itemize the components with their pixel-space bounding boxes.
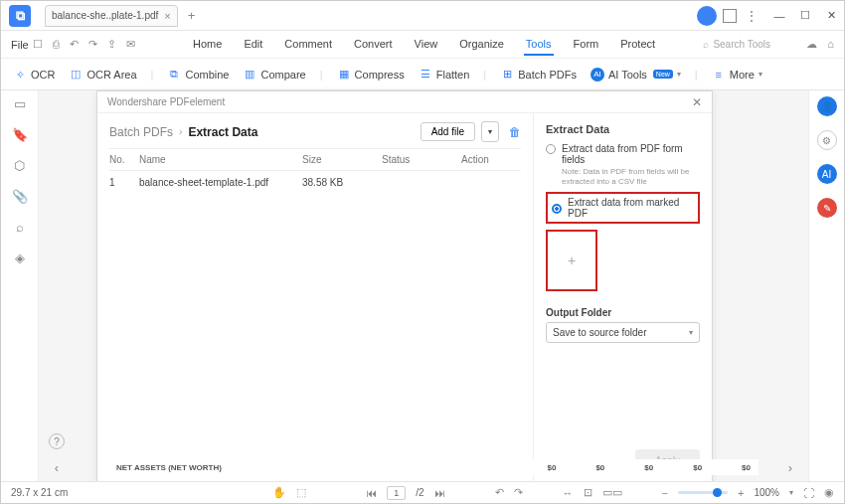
- option-form-fields[interactable]: Extract data from PDF form fields: [546, 143, 700, 165]
- tool-ai-tools[interactable]: AIAI ToolsNew▾: [591, 68, 681, 82]
- menu-home[interactable]: Home: [191, 34, 224, 56]
- plus-icon: +: [568, 252, 576, 268]
- tool-more[interactable]: ≡More▾: [712, 68, 762, 82]
- tool-flatten[interactable]: ☰Flatten: [419, 68, 470, 82]
- shield-icon[interactable]: ⬡: [14, 158, 25, 173]
- main-area: ▭ 🔖 ⬡ 📎 ⌕ ◈ Wondershare PDFelement ✕ Bat…: [1, 90, 844, 481]
- tool-ocr-area[interactable]: ◫OCR Area: [69, 68, 136, 82]
- maximize-button[interactable]: ☐: [792, 2, 818, 30]
- document-peek: NET ASSETS (NET WORTH) $0 $0 $0 $0 $0: [108, 459, 759, 475]
- output-folder-label: Output Folder: [546, 307, 700, 318]
- hand-tool-icon[interactable]: ✋: [272, 486, 286, 499]
- document-tab[interactable]: balance-she..plate-1.pdf ×: [45, 5, 178, 27]
- tool-batch-pdfs[interactable]: ⊞Batch PDFs: [500, 68, 577, 82]
- zoom-out-icon[interactable]: −: [662, 487, 668, 499]
- radio-icon: [546, 144, 556, 154]
- app-icon: ⧉: [9, 5, 31, 27]
- fullscreen-icon[interactable]: ⛶: [803, 487, 814, 499]
- add-file-dropdown[interactable]: ▾: [481, 121, 499, 142]
- batch-extract-panel: Wondershare PDFelement ✕ Batch PDFs › Ex…: [96, 90, 713, 483]
- chevron-down-icon: ▾: [677, 70, 681, 79]
- bookmark-icon[interactable]: 🔖: [12, 127, 28, 142]
- add-mark-area-button[interactable]: +: [546, 230, 597, 291]
- rotate-left-icon[interactable]: ↶: [495, 486, 504, 499]
- two-page-icon[interactable]: ▭▭: [602, 486, 622, 499]
- help-button[interactable]: ?: [49, 433, 65, 449]
- last-page-icon[interactable]: ⏭: [434, 487, 445, 499]
- prev-page-arrow[interactable]: ‹: [49, 459, 65, 475]
- batch-icon: ⊞: [500, 68, 514, 82]
- menu-organize[interactable]: Organize: [457, 34, 506, 56]
- option-marked-pdf[interactable]: Extract data from marked PDF: [546, 192, 700, 224]
- table-row[interactable]: 1 balance-sheet-template-1.pdf 38.58 KB: [109, 171, 521, 194]
- print-icon[interactable]: ⎙: [53, 38, 60, 51]
- compress-icon: ▦: [337, 68, 351, 82]
- search-tools[interactable]: ⌕ Search Tools: [703, 39, 770, 50]
- status-bar: 29.7 x 21 cm ✋ ⬚ ⏮ 1 /2 ⏭ ↶ ↷ ↔ ⊡ ▭▭ − +…: [1, 481, 844, 503]
- thumbnails-icon[interactable]: ▭: [14, 96, 26, 111]
- doc-row-label: NET ASSETS (NET WORTH): [116, 463, 222, 472]
- menu-edit[interactable]: Edit: [242, 34, 264, 56]
- menu-form[interactable]: Form: [572, 34, 601, 56]
- attachment-icon[interactable]: 📎: [12, 189, 28, 204]
- panel-close-button[interactable]: ✕: [692, 95, 702, 109]
- menu-view[interactable]: View: [413, 34, 440, 56]
- more-icon: ≡: [712, 68, 726, 82]
- tool-combine[interactable]: ⧉Combine: [167, 68, 229, 82]
- user-panel-icon[interactable]: 👤: [817, 96, 837, 116]
- close-window-button[interactable]: ✕: [818, 2, 844, 30]
- tool-compress[interactable]: ▦Compress: [337, 68, 405, 82]
- tool-ocr[interactable]: ⟡OCR: [13, 68, 55, 82]
- save-icon[interactable]: ☐: [33, 38, 43, 51]
- feedback-icon[interactable]: ✎: [817, 198, 837, 218]
- next-page-arrow[interactable]: ›: [782, 459, 798, 475]
- chevron-right-icon: ›: [179, 126, 182, 137]
- user-avatar[interactable]: [697, 6, 717, 26]
- rotate-right-icon[interactable]: ↷: [514, 486, 523, 499]
- compare-icon: ▥: [243, 68, 256, 82]
- zoom-dropdown-icon[interactable]: ▾: [789, 488, 793, 497]
- doc-val: $0: [547, 463, 556, 472]
- close-tab-icon[interactable]: ×: [164, 10, 170, 22]
- tab-title: balance-she..plate-1.pdf: [52, 10, 158, 21]
- menu-protect[interactable]: Protect: [618, 34, 657, 56]
- menu-tools[interactable]: Tools: [524, 34, 554, 56]
- cloud-icon[interactable]: ☁: [806, 38, 817, 51]
- select-tool-icon[interactable]: ⬚: [296, 486, 306, 499]
- settings-icon[interactable]: ⚙: [817, 130, 837, 150]
- file-menu[interactable]: File: [11, 39, 29, 51]
- breadcrumb-root[interactable]: Batch PDFs: [109, 125, 173, 139]
- share-icon[interactable]: ⇪: [107, 38, 116, 51]
- add-file-button[interactable]: Add file: [421, 122, 475, 141]
- undo-icon[interactable]: ↶: [70, 38, 79, 51]
- window-mode-icon[interactable]: [723, 9, 737, 23]
- options-title: Extract Data: [546, 123, 700, 135]
- option-marked-pdf-label: Extract data from marked PDF: [568, 197, 694, 219]
- zoom-slider[interactable]: [678, 491, 728, 494]
- tool-compare[interactable]: ▥Compare: [243, 68, 305, 82]
- delete-icon[interactable]: 🗑: [509, 125, 521, 139]
- radio-icon-selected: [552, 204, 562, 214]
- fit-page-icon[interactable]: ⊡: [584, 486, 592, 499]
- col-name: Name: [139, 154, 302, 165]
- home-icon[interactable]: ⌂: [827, 38, 834, 51]
- minimize-button[interactable]: —: [766, 2, 792, 30]
- more-options-icon[interactable]: ⋮: [745, 8, 759, 24]
- page-input[interactable]: 1: [387, 486, 406, 500]
- tools-toolbar: ⟡OCR ◫OCR Area | ⧉Combine ▥Compare | ▦Co…: [1, 59, 844, 90]
- doc-val: $0: [644, 463, 653, 472]
- layers-icon[interactable]: ◈: [15, 251, 25, 265]
- combine-icon: ⧉: [167, 68, 181, 82]
- fit-width-icon[interactable]: ↔: [563, 487, 574, 499]
- email-icon[interactable]: ✉: [126, 38, 135, 51]
- new-tab-button[interactable]: +: [188, 8, 196, 23]
- first-page-icon[interactable]: ⏮: [366, 487, 377, 499]
- menu-convert[interactable]: Convert: [352, 34, 395, 56]
- ai-panel-icon[interactable]: AI: [817, 164, 837, 184]
- read-mode-icon[interactable]: ◉: [824, 486, 834, 499]
- menu-comment[interactable]: Comment: [282, 34, 334, 56]
- redo-icon[interactable]: ↷: [88, 38, 97, 51]
- output-folder-select[interactable]: Save to source folder ▾: [546, 322, 700, 343]
- zoom-in-icon[interactable]: +: [738, 487, 744, 499]
- search-icon[interactable]: ⌕: [16, 220, 24, 235]
